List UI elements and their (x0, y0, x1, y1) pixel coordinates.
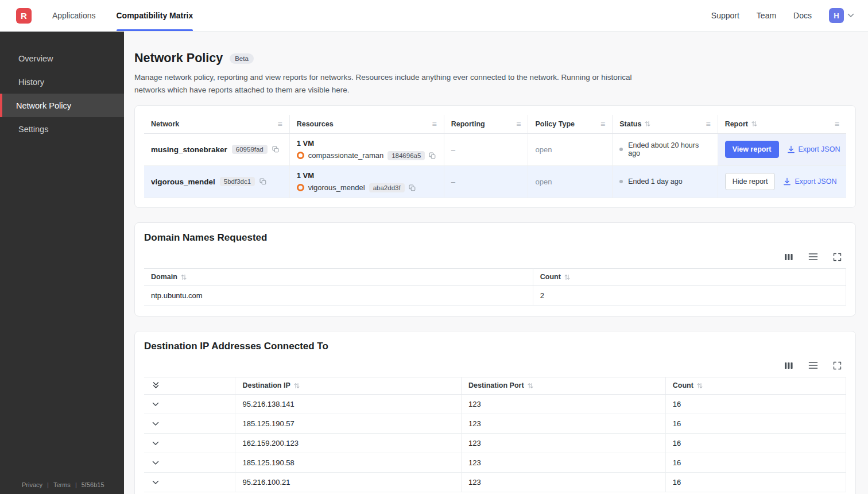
sidebar-item-overview[interactable]: Overview (0, 47, 124, 70)
expand-row-icon[interactable] (151, 479, 160, 486)
sort-icon[interactable] (751, 121, 757, 127)
link-docs[interactable]: Docs (793, 11, 812, 20)
nav-applications[interactable]: Applications (52, 0, 96, 31)
col-header-policy-type[interactable]: Policy Type≡ (528, 115, 613, 133)
page-title: Network Policy (134, 51, 223, 65)
domain-table: Domain Count ntp.ubuntu.com 2 (144, 268, 846, 306)
build-version: 5f56b15 (82, 481, 104, 488)
col-header-destination-port[interactable]: Destination Port (462, 377, 666, 394)
sort-icon[interactable] (294, 383, 300, 389)
network-name: musing_stonebraker (151, 145, 227, 154)
status-dot (619, 148, 623, 151)
row-density-icon[interactable] (808, 253, 818, 261)
network-row-vigorous-mendel: vigorous_mendel 5bdf3dc1 1 VM vigorous_m… (144, 165, 846, 198)
col-header-resources[interactable]: Resources≡ (289, 115, 444, 133)
app-root: R Applications Compatibility Matrix Supp… (0, 0, 868, 494)
network-id-badge: 5bdf3dc1 (220, 177, 255, 186)
terms-link[interactable]: Terms (53, 481, 71, 488)
domain-names-card: Domain Names Requested Domain (134, 222, 856, 317)
destination-row: 95.216.100.21 123 16 (144, 472, 846, 492)
sidebar-item-network-policy[interactable]: Network Policy (0, 94, 124, 117)
network-name: vigorous_mendel (151, 177, 215, 186)
resource-id-badge: 184696a5 (388, 151, 425, 160)
sort-icon[interactable] (645, 121, 650, 127)
col-header-domain[interactable]: Domain (144, 268, 533, 285)
destination-card-title: Destination IP Addresses Connected To (144, 341, 846, 352)
export-json-button[interactable]: Export JSON (787, 145, 840, 153)
resource-name: compassionate_raman (308, 151, 384, 160)
copy-icon[interactable] (272, 146, 279, 153)
network-id-badge: 60959fad (232, 145, 268, 154)
link-team[interactable]: Team (757, 11, 776, 20)
columns-icon[interactable] (784, 253, 793, 261)
sort-icon[interactable] (528, 383, 533, 389)
destination-ip-value: 95.216.138.141 (235, 394, 462, 414)
columns-icon[interactable] (784, 361, 793, 370)
vm-count: 1 VM (297, 171, 437, 180)
page-description: Manage network policy, reporting and vie… (134, 71, 644, 96)
col-header-report[interactable]: Report ≡ (718, 115, 846, 133)
col-header-status[interactable]: Status ≡ (613, 115, 718, 133)
sidebar-item-history[interactable]: History (0, 70, 124, 94)
expand-row-icon[interactable] (151, 440, 160, 447)
sort-icon[interactable] (181, 274, 187, 280)
export-json-button[interactable]: Export JSON (783, 177, 836, 186)
privacy-link[interactable]: Privacy (22, 481, 42, 488)
expand-row-icon[interactable] (151, 420, 160, 427)
count-value: 16 (665, 453, 846, 472)
nav-compatibility-matrix[interactable]: Compatibility Matrix (117, 0, 193, 31)
sort-icon[interactable] (564, 274, 570, 280)
drag-handle-icon[interactable]: ≡ (516, 120, 521, 128)
destination-port-value: 123 (462, 433, 666, 453)
col-header-reporting[interactable]: Reporting≡ (444, 115, 528, 133)
destination-ip-value: 185.125.190.58 (235, 453, 462, 472)
destination-ip-card: Destination IP Addresses Connected To (134, 331, 856, 494)
status-text: Ended about 20 hours ago (628, 141, 710, 157)
expand-row-icon[interactable] (151, 460, 160, 466)
col-header-count[interactable]: Count (665, 377, 846, 394)
col-header-count[interactable]: Count (533, 268, 846, 285)
destination-ip-table: Destination IP Destination Port Count (144, 377, 846, 492)
row-density-icon[interactable] (808, 361, 818, 370)
destination-ip-value: 185.125.190.57 (235, 414, 462, 433)
destination-port-value: 123 (462, 453, 666, 472)
reporting-value: – (444, 165, 528, 198)
expand-all-icon[interactable] (151, 380, 161, 390)
copy-icon[interactable] (259, 178, 266, 185)
destination-row: 185.125.190.57 123 16 (144, 414, 846, 433)
count-value: 16 (665, 414, 846, 433)
copy-icon[interactable] (429, 152, 436, 159)
hide-report-button[interactable]: Hide report (725, 173, 776, 190)
policy-table-header-row: Network≡ Resources≡ Reporting≡ Policy Ty… (144, 115, 846, 133)
top-navigation: Applications Compatibility Matrix (52, 0, 193, 31)
count-value: 2 (533, 285, 846, 305)
domain-card-toolbar (144, 253, 842, 261)
fullscreen-icon[interactable] (833, 253, 842, 261)
drag-handle-icon[interactable]: ≡ (706, 120, 710, 128)
col-header-network[interactable]: Network≡ (144, 115, 289, 133)
copy-icon[interactable] (409, 184, 416, 191)
account-menu[interactable]: H (829, 8, 854, 23)
fullscreen-icon[interactable] (833, 361, 842, 370)
sort-icon[interactable] (697, 383, 703, 389)
resource-icon (297, 184, 304, 191)
link-support[interactable]: Support (711, 11, 739, 20)
drag-handle-icon[interactable]: ≡ (600, 120, 605, 128)
policy-type-value: open (528, 165, 613, 198)
col-header-destination-ip[interactable]: Destination IP (235, 377, 462, 394)
drag-handle-icon[interactable]: ≡ (432, 120, 437, 128)
app-logo[interactable]: R (16, 8, 32, 24)
network-policy-table: Network≡ Resources≡ Reporting≡ Policy Ty… (144, 115, 846, 198)
domain-value: ntp.ubuntu.com (144, 285, 533, 305)
expand-row-icon[interactable] (151, 401, 160, 408)
sidebar-item-settings[interactable]: Settings (0, 117, 124, 141)
network-row-musing-stonebraker: musing_stonebraker 60959fad 1 VM compass… (144, 133, 846, 165)
view-report-button[interactable]: View report (725, 141, 779, 158)
drag-handle-icon[interactable]: ≡ (277, 120, 282, 128)
count-value: 16 (665, 394, 846, 414)
avatar[interactable]: H (829, 8, 844, 23)
drag-handle-icon[interactable]: ≡ (835, 120, 839, 128)
destination-port-value: 123 (462, 472, 666, 492)
destination-ip-value: 95.216.100.21 (235, 472, 462, 492)
domain-row: ntp.ubuntu.com 2 (144, 285, 846, 305)
